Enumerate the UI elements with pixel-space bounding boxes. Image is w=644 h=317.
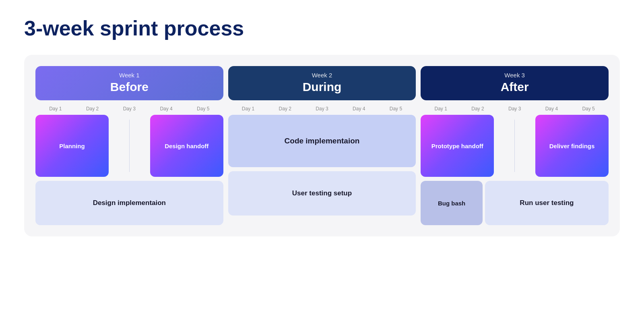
week2-top-row: Code implementaion xyxy=(228,115,416,167)
week3-header: Week 3 After xyxy=(421,66,609,100)
w3-day4: Day 4 xyxy=(533,106,570,112)
week1-empty-spacer xyxy=(111,115,148,177)
week3-label: Week 3 xyxy=(429,72,601,79)
design-handoff-card: Design handoff xyxy=(150,115,223,177)
design-handoff-label: Design handoff xyxy=(165,143,208,149)
week1-top-row: Planning Design handoff xyxy=(35,115,223,177)
w1-day3: Day 3 xyxy=(111,106,148,112)
w3-day5: Day 5 xyxy=(570,106,607,112)
bug-bash-label: Bug bash xyxy=(438,200,465,207)
week1-header: Week 1 Before xyxy=(35,66,223,100)
week2-label: Week 2 xyxy=(236,72,408,79)
week3-top-row: Prototype handoff Deliver findings xyxy=(421,115,609,177)
user-testing-setup-label: User testing setup xyxy=(292,189,352,197)
week2-day-labels: Day 1 Day 2 Day 3 Day 4 Day 5 xyxy=(228,106,416,112)
code-impl-card: Code implementaion xyxy=(228,115,416,167)
page-title: 3-week sprint process xyxy=(24,16,244,40)
sprint-board: Week 1 Before Week 2 During Week 3 After… xyxy=(24,55,620,236)
planning-label: Planning xyxy=(59,143,85,149)
run-user-testing-label: Run user testing xyxy=(520,199,574,207)
prototype-handoff-card: Prototype handoff xyxy=(421,115,494,177)
w2-day1: Day 1 xyxy=(230,106,267,112)
week3-name: After xyxy=(429,80,601,94)
week1-day-labels: Day 1 Day 2 Day 3 Day 4 Day 5 xyxy=(35,106,223,112)
week3-bottom-row: Bug bash Run user testing xyxy=(421,181,609,225)
run-user-testing-card: Run user testing xyxy=(485,181,609,225)
deliver-findings-label: Deliver findings xyxy=(549,143,595,149)
w2-day4: Day 4 xyxy=(341,106,378,112)
bug-bash-card: Bug bash xyxy=(421,181,483,225)
w3-day3: Day 3 xyxy=(496,106,533,112)
week3-empty-spacer xyxy=(496,115,533,177)
w2-day3: Day 3 xyxy=(303,106,341,112)
week1-column: Planning Design handoff Design implement… xyxy=(35,115,223,225)
week3-column: Prototype handoff Deliver findings Bug b… xyxy=(421,115,609,225)
w1-day5: Day 5 xyxy=(185,106,222,112)
week2-name: During xyxy=(236,80,408,94)
week3-divider xyxy=(514,120,515,172)
day-labels-row: Day 1 Day 2 Day 3 Day 4 Day 5 Day 1 Day … xyxy=(35,106,609,112)
w2-day2: Day 2 xyxy=(266,106,303,112)
w1-day2: Day 2 xyxy=(74,106,111,112)
week2-bottom-row: User testing setup xyxy=(228,171,416,215)
design-impl-card: Design implementaion xyxy=(35,181,223,225)
week1-bottom-row: Design implementaion xyxy=(35,181,223,225)
week1-name: Before xyxy=(43,80,215,94)
week2-header: Week 2 During xyxy=(228,66,416,100)
user-testing-setup-card: User testing setup xyxy=(228,171,416,215)
code-impl-label: Code implementaion xyxy=(285,137,360,145)
week1-divider xyxy=(129,120,130,172)
w1-day4: Day 4 xyxy=(148,106,185,112)
week1-label: Week 1 xyxy=(43,72,215,79)
w3-day1: Day 1 xyxy=(422,106,459,112)
week3-day-labels: Day 1 Day 2 Day 3 Day 4 Day 5 xyxy=(421,106,609,112)
week2-column: Code implementaion User testing setup xyxy=(228,115,416,225)
content-area: Planning Design handoff Design implement… xyxy=(35,115,609,225)
planning-card: Planning xyxy=(35,115,109,177)
w2-day5: Day 5 xyxy=(378,106,415,112)
design-impl-label: Design implementaion xyxy=(93,199,166,207)
deliver-findings-card: Deliver findings xyxy=(535,115,609,177)
week-headers-row: Week 1 Before Week 2 During Week 3 After xyxy=(35,66,609,100)
w3-day2: Day 2 xyxy=(459,106,496,112)
w1-day1: Day 1 xyxy=(37,106,74,112)
prototype-handoff-label: Prototype handoff xyxy=(431,143,483,149)
